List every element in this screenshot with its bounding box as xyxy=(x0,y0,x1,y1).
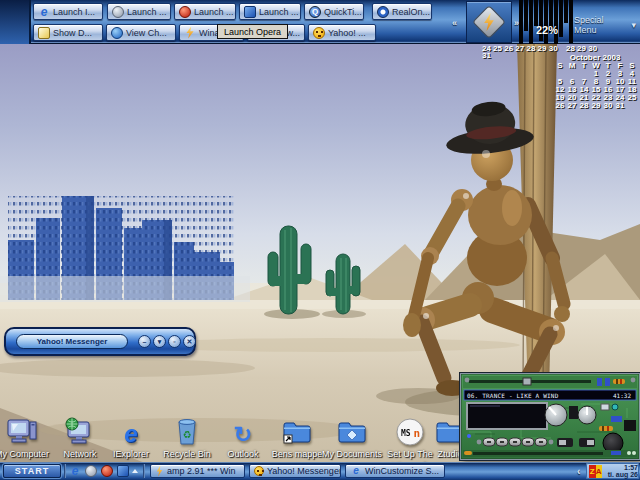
pcb-knob-volume[interactable] xyxy=(545,404,567,426)
button-label: Launch ... xyxy=(259,7,299,17)
my-computer-icon xyxy=(0,415,54,447)
ie-icon: e xyxy=(38,6,50,18)
chevron-down-icon: ▾ xyxy=(631,20,636,30)
cal-cell: 25 xyxy=(626,94,638,102)
pcb-transport-buttons[interactable] xyxy=(483,438,547,446)
pcb-repeat-switch[interactable] xyxy=(579,438,595,447)
task-label: amp 2.91 *** Win xyxy=(167,466,236,476)
red-app-icon xyxy=(101,465,113,477)
quicklaunch-ie[interactable]: e xyxy=(68,464,82,478)
tray-collapse-chevron[interactable]: ‹ xyxy=(577,466,580,477)
ie-icon: e xyxy=(69,465,81,477)
visualization-meter xyxy=(519,0,575,44)
quicktime-icon: Q xyxy=(309,6,321,18)
yahoo-messenger-titlebar[interactable]: Yahoo! Messenger – ▾ ▫ ✕ xyxy=(4,327,196,356)
cal-cell: 29 xyxy=(590,102,602,110)
blue-app-icon xyxy=(244,6,256,18)
cal-cell xyxy=(626,102,638,110)
winamp-bolt-icon xyxy=(184,27,196,39)
icon-label: My Computer xyxy=(0,449,54,459)
view-channels-button[interactable]: View Ch... xyxy=(106,24,176,41)
pcb-knob-balance[interactable] xyxy=(578,406,596,424)
svg-text:MS: MS xyxy=(401,429,411,438)
quicklaunch-app-2[interactable] xyxy=(84,464,98,478)
realone-button[interactable]: RealOn... xyxy=(372,3,432,20)
tooltip-launch-opera: Launch Opera xyxy=(217,24,288,39)
cal-cell: 26 xyxy=(554,102,566,110)
special-menu[interactable]: Special Menu ▾ xyxy=(574,15,636,35)
desktop-calendar-widget: 24 25 26 27 28 29 30 28 29 30 31 October… xyxy=(480,44,640,114)
quicklaunch-app-4[interactable] xyxy=(116,464,130,478)
launch-app-button-2[interactable]: Launch ... xyxy=(107,3,171,20)
button-label: Show D... xyxy=(53,28,92,38)
desktop: 24 25 26 27 28 29 30 28 29 30 31 October… xyxy=(0,0,640,480)
pcb-seek-slider[interactable] xyxy=(473,452,603,455)
recycle-bin-icon: ♻ xyxy=(155,415,219,447)
winamp-pcb-window[interactable]: 06. TRANCE - LIKE A WIND 41:32 xyxy=(461,374,639,459)
minimize-button[interactable]: – xyxy=(138,335,151,348)
scroll-left-arrow[interactable]: « xyxy=(452,18,457,28)
quicklaunch-overflow-arrow[interactable] xyxy=(131,464,139,478)
icon-label: IExplorer xyxy=(99,449,163,459)
blue-app-icon xyxy=(117,465,129,477)
icon-label: My Documents xyxy=(320,449,384,459)
cal-cell: 30 xyxy=(602,102,614,110)
taskbar-separator xyxy=(64,464,66,478)
internet-explorer-icon: e xyxy=(99,415,163,447)
maximize-button[interactable]: ▫ xyxy=(168,335,181,348)
realone-icon xyxy=(377,6,389,18)
toolbar-handle[interactable] xyxy=(0,0,31,44)
cal-cell: 28 xyxy=(578,102,590,110)
yahoo-button[interactable]: Yahoo! ... xyxy=(308,24,376,41)
top-toolbar: e Launch I... Launch ... Launch ... Laun… xyxy=(0,0,640,44)
task-label: Yahoo! Messenger xyxy=(267,466,341,476)
yahoo-messenger-title: Yahoo! Messenger xyxy=(16,334,128,349)
clock-date: ti. aug 26 xyxy=(604,471,638,478)
start-button[interactable]: START xyxy=(3,464,61,478)
button-label: QuickTi... xyxy=(324,7,362,17)
task-label: WinCustomize S... xyxy=(365,466,439,476)
rollup-button[interactable]: ▾ xyxy=(153,335,166,348)
cal-cell: 27 xyxy=(566,102,578,110)
winamp-logo-icon xyxy=(472,5,506,39)
task-wincustomize[interactable]: e WinCustomize S... xyxy=(345,464,445,478)
task-yahoo-messenger[interactable]: Yahoo! Messenger xyxy=(249,464,341,478)
calendar-prev-month-row: 24 25 26 27 28 29 30 xyxy=(482,44,558,53)
app-icon xyxy=(112,6,124,18)
ie-icon: e xyxy=(350,465,362,477)
svg-text:♻: ♻ xyxy=(183,426,191,441)
taskbar-clock[interactable]: 1:57 ti. aug 26 xyxy=(604,464,638,478)
button-label: Launch ... xyxy=(194,7,234,17)
zonealarm-tray-icon[interactable]: ZA xyxy=(589,465,602,478)
launch-ie-button[interactable]: e Launch I... xyxy=(33,3,103,20)
quicklaunch-app-3[interactable] xyxy=(100,464,114,478)
globe-icon xyxy=(111,27,123,39)
cal-day: T xyxy=(578,62,590,70)
cal-cell: 31 xyxy=(614,102,626,110)
close-button[interactable]: ✕ xyxy=(183,335,196,348)
task-winamp[interactable]: amp 2.91 *** Win xyxy=(150,464,245,478)
icon-label: Recycle Bin xyxy=(155,449,219,459)
button-label: Yahoo! ... xyxy=(328,28,366,38)
calendar-prev-month-last: 31 xyxy=(482,51,491,60)
winamp-dock-button[interactable] xyxy=(466,1,512,43)
yahoo-smiley-icon xyxy=(313,27,325,39)
quicktime-button[interactable]: Q QuickTi... xyxy=(304,3,364,20)
launch-app-button-3[interactable]: Launch ... xyxy=(174,3,236,20)
show-desktop-icon xyxy=(38,27,50,39)
clock-time: 1:57 xyxy=(604,464,638,471)
show-desktop-button[interactable]: Show D... xyxy=(33,24,103,41)
winamp-bolt-icon xyxy=(155,466,164,477)
button-label: Launch I... xyxy=(53,7,95,17)
pcb-time-display: 41:32 xyxy=(613,392,631,399)
cal-day: S xyxy=(554,62,566,70)
my-documents-icon xyxy=(320,415,384,447)
button-label: View Ch... xyxy=(126,28,167,38)
taskbar: START e amp 2.91 *** Win Yahoo! Messenge… xyxy=(0,462,640,480)
red-app-icon xyxy=(179,6,191,18)
button-label: Launch ... xyxy=(127,7,167,17)
pcb-track-display: 06. TRANCE - LIKE A WIND xyxy=(467,392,559,399)
cal-day: M xyxy=(566,62,578,70)
pcb-shuffle-switch[interactable] xyxy=(557,438,573,447)
launch-app-button-4[interactable]: Launch ... xyxy=(239,3,301,20)
